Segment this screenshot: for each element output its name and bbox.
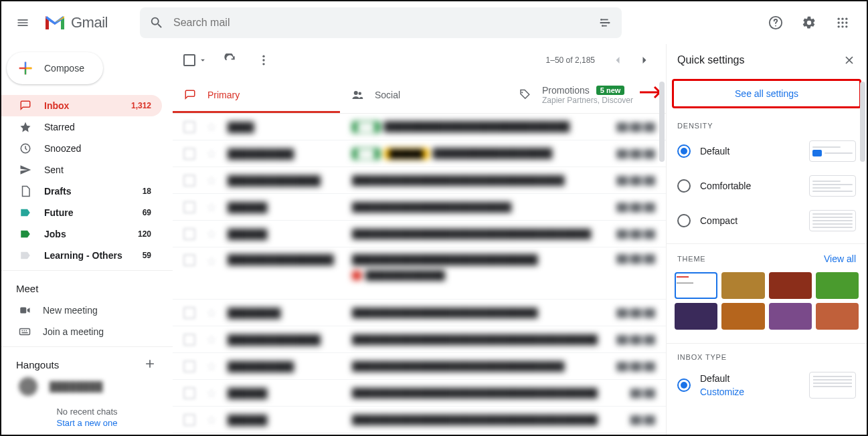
search-icon — [149, 15, 164, 30]
nav-item-inbox[interactable]: Inbox1,312 — [1, 95, 162, 116]
mail-scrollbar[interactable] — [659, 82, 665, 162]
inbox-type-default-row[interactable]: Default Customize — [667, 365, 867, 405]
meet-item-join-a-meeting[interactable]: Join a meeting — [1, 321, 173, 342]
mail-checkbox[interactable] — [183, 148, 195, 160]
mail-row[interactable]: ☆███████████████████████████████████████… — [173, 167, 666, 194]
mail-row[interactable]: ☆███████████████████████████████████████… — [173, 140, 666, 167]
more-vert-icon — [257, 53, 270, 67]
meet-item-new-meeting[interactable]: New meeting — [1, 300, 173, 321]
mail-checkbox[interactable] — [183, 175, 195, 187]
density-option-comfortable[interactable]: Comfortable — [667, 169, 867, 203]
theme-tile-2[interactable] — [769, 272, 812, 299]
theme-tile-7[interactable] — [816, 303, 859, 330]
hangouts-user-row[interactable]: ████████ — [1, 376, 173, 397]
star-icon[interactable]: ☆ — [206, 120, 217, 134]
add-hangout-icon[interactable] — [143, 357, 157, 370]
mail-row[interactable]: ☆███████████████████████████████████████… — [173, 407, 666, 433]
support-button[interactable] — [761, 8, 790, 37]
theme-tile-5[interactable] — [721, 303, 764, 330]
density-section-title: Density — [667, 118, 867, 134]
hangouts-section-title: Hangouts — [1, 351, 59, 376]
theme-tile-4[interactable] — [675, 303, 717, 330]
search-options-icon[interactable] — [598, 15, 612, 30]
star-icon[interactable]: ☆ — [206, 386, 217, 401]
refresh-button[interactable] — [220, 49, 241, 71]
theme-tile-0[interactable]: ▬▬▬▬▬▬▬▬ — [675, 272, 717, 299]
density-option-default[interactable]: Default — [667, 134, 867, 169]
mail-checkbox[interactable] — [183, 201, 195, 213]
mail-row[interactable]: ☆███████████████████████████████████████… — [173, 221, 666, 247]
mail-checkbox[interactable] — [183, 228, 195, 240]
mail-subject: ████████████████████████████████ — [352, 175, 598, 186]
nav-item-starred[interactable]: Starred — [1, 116, 162, 138]
tab-social[interactable]: Social — [340, 76, 507, 113]
svg-point-19 — [262, 63, 264, 65]
mail-row[interactable]: ☆██████████████████████████████████████:… — [173, 300, 666, 326]
apps-button[interactable] — [828, 8, 857, 37]
star-icon[interactable]: ☆ — [206, 359, 217, 374]
quick-settings-scrollbar[interactable] — [860, 82, 865, 162]
svg-point-10 — [845, 21, 847, 23]
meet-item-label: Join a meeting — [43, 326, 104, 337]
star-icon[interactable]: ☆ — [206, 332, 217, 347]
search-input[interactable] — [173, 17, 588, 29]
svg-point-17 — [262, 56, 264, 58]
select-dropdown-icon[interactable] — [198, 56, 207, 65]
see-all-settings-button[interactable]: See all settings — [672, 79, 861, 108]
page-prev-button[interactable] — [607, 49, 628, 71]
theme-view-all-link[interactable]: View all — [824, 253, 856, 264]
star-icon[interactable]: ☆ — [206, 227, 217, 241]
star-icon[interactable]: ☆ — [206, 200, 217, 215]
theme-tile-3[interactable] — [816, 272, 859, 299]
mail-row[interactable]: ☆████████████████████████████████:██ ██ — [173, 194, 666, 221]
star-icon[interactable]: ☆ — [206, 413, 217, 427]
main-menu-button[interactable] — [7, 7, 39, 39]
mail-checkbox[interactable] — [183, 414, 195, 426]
nav-item-snoozed[interactable]: Snoozed — [1, 138, 162, 159]
density-option-compact[interactable]: Compact — [667, 203, 867, 238]
mail-row[interactable]: ☆███████████████████████████████████████… — [173, 326, 666, 353]
mail-row[interactable]: ☆███████████████████████████████████████… — [173, 247, 666, 300]
nav-label: Starred — [44, 122, 139, 132]
tab-primary[interactable]: Primary — [173, 76, 340, 113]
mail-checkbox[interactable] — [183, 254, 195, 266]
page-next-button[interactable] — [634, 49, 655, 71]
star-icon[interactable]: ☆ — [206, 254, 217, 269]
mail-checkbox[interactable] — [183, 307, 195, 319]
theme-tile-6[interactable] — [769, 303, 812, 330]
nav-item-sent[interactable]: Sent — [1, 159, 162, 181]
settings-button[interactable] — [794, 8, 824, 37]
nav-item-future[interactable]: Future69 — [1, 202, 162, 223]
select-all-checkbox[interactable] — [183, 54, 195, 66]
left-sidebar: Compose Inbox1,312StarredSnoozedSentDraf… — [1, 44, 173, 435]
mail-checkbox[interactable] — [183, 387, 195, 399]
tab-promotions[interactable]: Promotions5 newZapier Partners, Discover — [507, 76, 675, 113]
gmail-logo[interactable]: Gmail — [44, 14, 108, 31]
quick-settings-panel: Quick settings See all settings Density … — [666, 44, 867, 435]
nav-item-learning---others[interactable]: Learning - Others59 — [1, 245, 162, 266]
mail-checkbox[interactable] — [183, 121, 195, 133]
star-icon[interactable]: ☆ — [206, 306, 217, 320]
more-button[interactable] — [253, 49, 274, 71]
mail-row[interactable]: ☆███████████████████████████████████████… — [173, 380, 666, 407]
hangouts-username: ████████ — [50, 381, 102, 392]
star-icon[interactable]: ☆ — [206, 173, 217, 188]
theme-tile-1[interactable] — [721, 272, 764, 299]
mail-checkbox[interactable] — [183, 334, 195, 346]
mail-row[interactable]: ☆█████████████████████████████████████:█… — [173, 114, 666, 140]
nav-item-jobs[interactable]: Jobs120 — [1, 223, 162, 245]
star-icon[interactable]: ☆ — [206, 146, 217, 161]
start-new-chat-link[interactable]: Start a new one — [1, 418, 173, 428]
inbox-customize-link[interactable]: Customize — [700, 387, 800, 397]
radio-icon — [677, 179, 691, 193]
nav-item-drafts[interactable]: Drafts18 — [1, 181, 162, 202]
mail-sender: ██████████ — [228, 148, 341, 159]
close-quick-settings-button[interactable] — [843, 53, 856, 67]
mail-row[interactable]: ☆███████████████████████████████████████… — [173, 353, 666, 380]
mail-time: ██:██ ██ — [608, 122, 655, 132]
no-recent-chats-text: No recent chats — [1, 407, 173, 417]
compose-button[interactable]: Compose — [7, 52, 103, 84]
mail-checkbox[interactable] — [183, 360, 195, 372]
svg-rect-15 — [20, 308, 26, 314]
search-bar[interactable] — [140, 7, 622, 38]
